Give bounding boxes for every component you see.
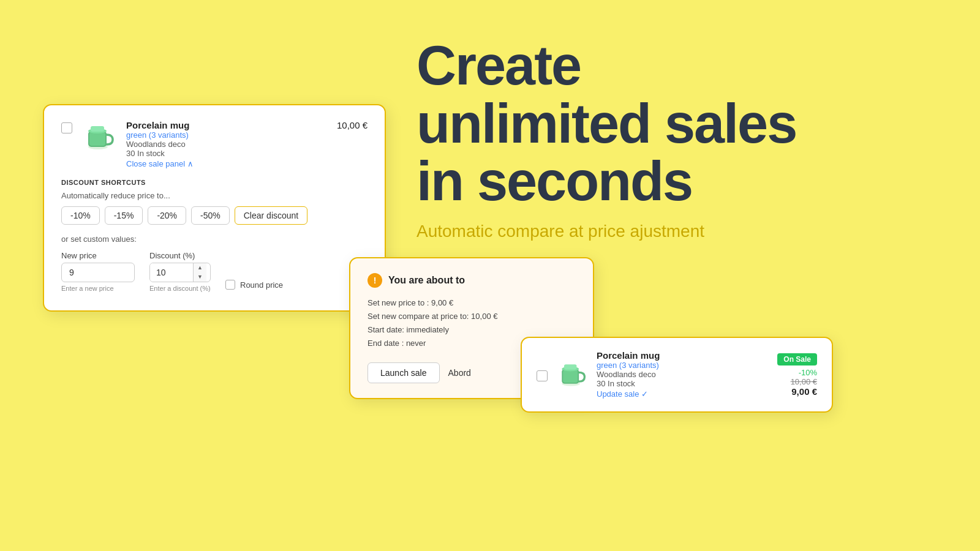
product-image <box>82 120 116 154</box>
product-discount-card: Porcelain mug green (3 variants) Woodlan… <box>43 104 386 312</box>
result-pricing: On Sale -10% 10,00 € 9,00 € <box>777 353 817 397</box>
hero-title-line2: unlimited sales <box>417 93 796 154</box>
auto-reduce-text: Automatically reduce price to... <box>61 191 368 200</box>
product-price: 10,00 € <box>337 120 368 130</box>
update-sale-link[interactable]: Update sale ✓ <box>597 389 648 399</box>
svg-rect-2 <box>89 132 105 146</box>
result-stock: 30 In stock <box>597 379 769 388</box>
discount-shortcuts-row: -10% -15% -20% -50% Clear discount <box>61 206 368 225</box>
new-price-field-group: New price Enter a new price <box>61 251 135 292</box>
product-checkbox[interactable] <box>61 122 72 133</box>
discount-15-button[interactable]: -15% <box>105 206 143 225</box>
result-info: Porcelain mug green (3 variants) Woodlan… <box>597 350 769 399</box>
result-vendor: Woodlands deco <box>597 370 769 379</box>
discount-20-button[interactable]: -20% <box>148 206 186 225</box>
new-price-label: New price <box>61 251 135 260</box>
confirm-line3: Start date: immediately <box>368 323 576 337</box>
result-card: Porcelain mug green (3 variants) Woodlan… <box>521 337 833 413</box>
product-vendor: Woodlands deco <box>126 140 327 149</box>
new-price-input[interactable] <box>61 263 135 282</box>
svg-rect-9 <box>564 364 576 369</box>
spinner-up-arrow[interactable]: ▲ <box>194 263 206 272</box>
confirm-line2: Set new compare at price to: 10,00 € <box>368 310 576 323</box>
confirm-line1: Set new price to : 9,00 € <box>368 296 576 310</box>
new-price-hint: Enter a new price <box>61 285 135 292</box>
spinner-arrows: ▲ ▼ <box>193 263 206 282</box>
round-price-label: Round price <box>240 280 283 290</box>
discount-shortcuts-label: DISCOUNT SHORTCUTS <box>61 179 368 186</box>
discount-hint: Enter a discount (%) <box>149 285 211 292</box>
svg-rect-7 <box>563 370 578 383</box>
result-variants: green (3 variants) <box>597 361 769 370</box>
result-product-image <box>556 359 588 391</box>
product-stock: 30 In stock <box>126 149 327 158</box>
on-sale-badge: On Sale <box>777 353 817 365</box>
abord-button[interactable]: Abord <box>448 368 471 378</box>
discount-label: Discount (%) <box>149 251 211 260</box>
discount-input[interactable] <box>150 263 193 282</box>
launch-sale-button[interactable]: Launch sale <box>368 362 440 383</box>
discount-percent: -10% <box>777 368 817 377</box>
round-price-group: Round price <box>225 280 283 292</box>
sale-price: 9,00 € <box>777 386 817 397</box>
close-sale-panel-link[interactable]: Close sale panel ∧ <box>126 159 194 168</box>
confirm-header: ! You are about to <box>368 273 576 288</box>
clear-discount-button[interactable]: Clear discount <box>235 206 308 225</box>
result-row: Porcelain mug green (3 variants) Woodlan… <box>537 350 817 399</box>
hero-section: Create unlimited sales in seconds Automa… <box>417 37 943 241</box>
discount-field-group: Discount (%) ▲ ▼ Enter a discount (%) <box>149 251 211 292</box>
result-product-name: Porcelain mug <box>597 350 769 361</box>
hero-title: Create unlimited sales in seconds <box>417 37 943 211</box>
confirm-title: You are about to <box>388 275 465 286</box>
discount-10-button[interactable]: -10% <box>61 206 100 225</box>
or-custom-text: or set custom values: <box>61 234 368 244</box>
discount-50-button[interactable]: -50% <box>191 206 230 225</box>
product-row: Porcelain mug green (3 variants) Woodlan… <box>61 120 368 169</box>
result-checkbox[interactable] <box>537 370 548 381</box>
hero-title-line3: in seconds <box>417 151 692 212</box>
product-variants: green (3 variants) <box>126 130 327 140</box>
product-name: Porcelain mug <box>126 120 327 130</box>
product-info: Porcelain mug green (3 variants) Woodlan… <box>126 120 327 169</box>
round-price-checkbox[interactable] <box>225 280 235 290</box>
spinner-down-arrow[interactable]: ▼ <box>194 272 206 282</box>
hero-title-line1: Create <box>417 35 581 96</box>
original-price: 10,00 € <box>777 377 817 386</box>
hero-subtitle: Automatic compare at price ajustment <box>417 222 943 241</box>
warning-icon: ! <box>368 273 382 288</box>
custom-fields-row: New price Enter a new price Discount (%)… <box>61 251 368 292</box>
svg-rect-4 <box>91 126 104 132</box>
discount-spinner: ▲ ▼ <box>149 263 211 282</box>
discount-section: DISCOUNT SHORTCUTS Automatically reduce … <box>61 179 368 292</box>
